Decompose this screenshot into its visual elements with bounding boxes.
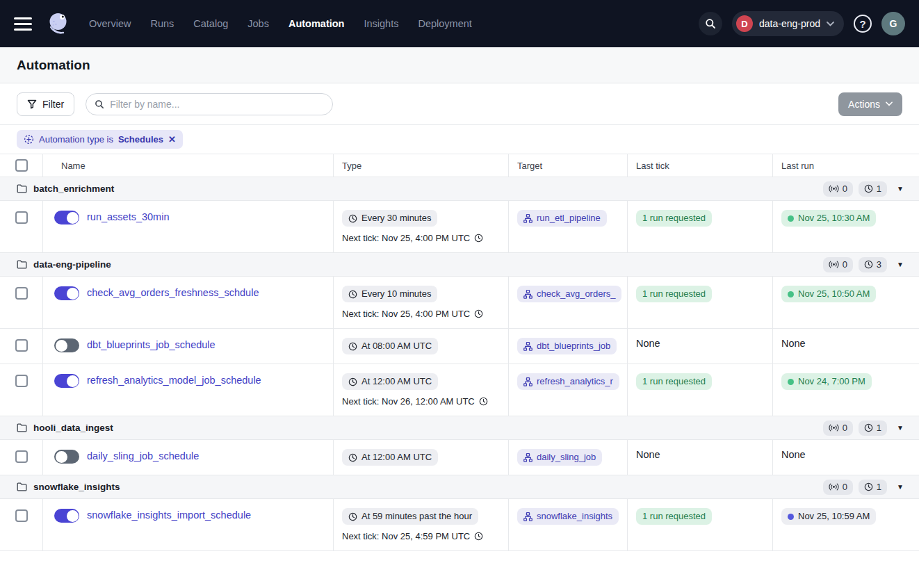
expand-group-caret-icon[interactable]: ▼ [897, 424, 904, 432]
deployment-switcher[interactable]: D data-eng-prod [732, 11, 844, 36]
nav-item-runs[interactable]: Runs [150, 18, 174, 29]
last-run-pill-label: Nov 25, 10:50 AM [798, 288, 870, 300]
last-tick-pill: 1 run requested [636, 286, 712, 302]
expand-group-caret-icon[interactable]: ▼ [897, 261, 904, 268]
row-checkbox[interactable] [15, 509, 28, 522]
last-tick-cell: None [628, 329, 773, 364]
sensor-count-badge: 0 [823, 181, 853, 197]
schedule-row: run_assets_30min Every 30 minutes Next t… [0, 201, 919, 253]
table-header: Name Type Target Last tick Last run [0, 154, 919, 177]
select-all-checkbox[interactable] [15, 159, 28, 172]
nav-item-jobs[interactable]: Jobs [247, 18, 269, 29]
schedule-type-pill: At 12:00 AM UTC [342, 449, 438, 466]
last-run-cell: None [773, 440, 919, 475]
name-filter-input[interactable] [110, 99, 324, 110]
chevron-down-icon [827, 22, 834, 26]
schedule-type-label: At 59 minutes past the hour [361, 511, 472, 522]
sensor-count-badge: 0 [823, 257, 853, 272]
clock-icon [348, 290, 357, 299]
column-header-last-run: Last run [773, 154, 919, 177]
job-graph-icon [523, 290, 532, 299]
actions-button-label: Actions [848, 99, 880, 110]
filter-chip-automation-type[interactable]: Automation type is Schedules ✕ [17, 130, 183, 149]
row-checkbox[interactable] [15, 450, 28, 463]
topnav-right: D data-eng-prod ? G [699, 11, 905, 36]
deployment-badge: D [736, 15, 753, 32]
target-pill[interactable]: run_etl_pipeline [517, 210, 607, 227]
hamburger-menu-icon[interactable] [14, 17, 32, 31]
job-graph-icon [523, 453, 532, 462]
target-label: check_avg_orders_ [537, 288, 615, 300]
target-pill[interactable]: daily_sling_job [517, 449, 602, 466]
enabled-toggle[interactable] [54, 338, 79, 352]
enabled-toggle[interactable] [54, 374, 79, 388]
last-run-pill[interactable]: Nov 25, 10:59 AM [781, 508, 876, 525]
clock-icon [348, 377, 357, 386]
target-label: dbt_blueprints_job [537, 341, 610, 352]
dagster-logo[interactable] [44, 10, 72, 38]
nav-item-catalog[interactable]: Catalog [193, 18, 228, 29]
filter-chip-value: Schedules [118, 134, 163, 145]
folder-icon [17, 482, 27, 491]
sensor-count-badge: 0 [823, 420, 853, 436]
filter-button-label: Filter [42, 99, 64, 110]
schedule-count-badge: 1 [859, 181, 887, 197]
status-dot [788, 291, 794, 297]
column-header-last-tick: Last tick [628, 154, 773, 177]
target-label: snowflake_insights [537, 511, 612, 522]
job-graph-icon [523, 342, 532, 351]
enabled-toggle[interactable] [54, 509, 79, 523]
last-tick-cell: 1 run requested [628, 201, 773, 252]
automation-target-icon [24, 134, 34, 145]
row-checkbox[interactable] [15, 211, 28, 224]
schedule-name-link[interactable]: daily_sling_job_schedule [87, 450, 199, 462]
last-tick-cell: None [628, 440, 773, 475]
active-filters-row: Automation type is Schedules ✕ [0, 125, 919, 154]
status-dot [788, 379, 794, 385]
nav-item-deployment[interactable]: Deployment [418, 18, 471, 29]
schedule-row: snowflake_insights_import_schedule At 59… [0, 499, 919, 551]
filter-button[interactable]: Filter [17, 92, 74, 116]
enabled-toggle[interactable] [54, 211, 79, 224]
expand-group-caret-icon[interactable]: ▼ [897, 483, 904, 491]
last-run-pill[interactable]: Nov 25, 10:30 AM [781, 210, 876, 227]
row-checkbox[interactable] [15, 339, 28, 352]
last-tick-pill: 1 run requested [636, 373, 712, 390]
deployment-name: data-eng-prod [759, 18, 820, 29]
remove-filter-icon[interactable]: ✕ [168, 134, 176, 145]
target-pill[interactable]: refresh_analytics_r [517, 373, 619, 390]
search-icon[interactable] [699, 12, 722, 35]
help-icon[interactable]: ? [854, 15, 872, 33]
schedule-name-link[interactable]: run_assets_30min [87, 211, 170, 222]
schedule-name-link[interactable]: refresh_analytics_model_job_schedule [87, 375, 261, 386]
row-checkbox[interactable] [15, 287, 28, 300]
next-tick-text: Next tick: Nov 25, 4:00 PM UTC [342, 309, 470, 319]
enabled-toggle[interactable] [54, 286, 79, 300]
nav-item-insights[interactable]: Insights [364, 18, 398, 29]
actions-button[interactable]: Actions [838, 92, 902, 116]
last-run-cell: None [773, 329, 919, 364]
schedule-count-badge: 3 [859, 257, 887, 272]
next-tick: Next tick: Nov 26, 12:00 AM UTC [342, 396, 500, 407]
row-checkbox[interactable] [15, 375, 28, 387]
clock-icon [479, 397, 488, 406]
expand-group-caret-icon[interactable]: ▼ [897, 185, 904, 193]
last-run-none: None [781, 449, 806, 460]
enabled-toggle[interactable] [54, 450, 79, 464]
target-pill[interactable]: dbt_blueprints_job [517, 338, 617, 354]
clock-icon [348, 214, 357, 223]
nav-item-automation[interactable]: Automation [288, 18, 345, 29]
schedule-row: check_avg_orders_freshness_schdule Every… [0, 277, 919, 329]
target-pill[interactable]: snowflake_insights [517, 508, 619, 525]
clock-icon [474, 234, 483, 243]
last-run-pill[interactable]: Nov 24, 7:00 PM [781, 373, 872, 390]
schedule-name-link[interactable]: snowflake_insights_import_schedule [87, 509, 251, 521]
page-title: Automation [17, 58, 90, 73]
schedule-type-pill: At 08:00 AM UTC [342, 338, 438, 354]
schedule-name-link[interactable]: check_avg_orders_freshness_schdule [87, 287, 259, 298]
nav-item-overview[interactable]: Overview [89, 18, 131, 29]
last-run-pill[interactable]: Nov 25, 10:50 AM [781, 286, 876, 302]
target-pill[interactable]: check_avg_orders_ [517, 286, 621, 302]
schedule-name-link[interactable]: dbt_blueprints_job_schedule [87, 339, 215, 350]
user-avatar[interactable]: G [881, 12, 905, 35]
